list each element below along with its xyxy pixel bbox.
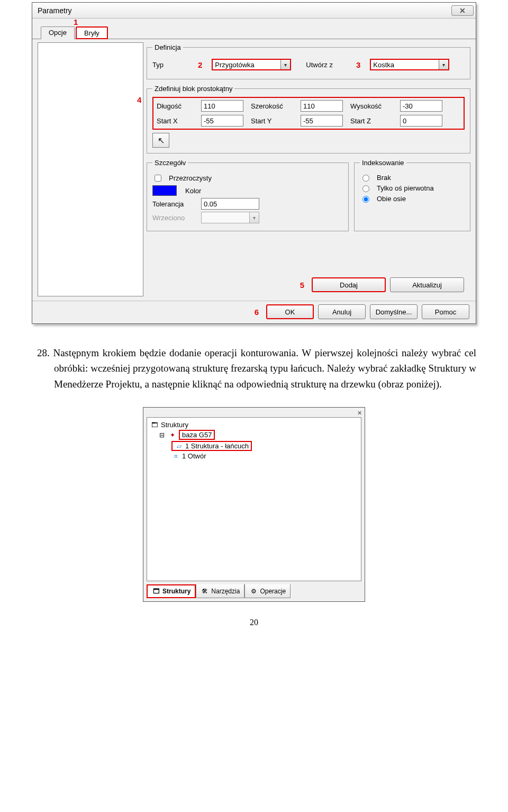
- domyslne-button[interactable]: Domyślne...: [370, 304, 418, 319]
- kolor-label: Kolor: [185, 187, 201, 195]
- panel-tab-operacje-label: Operacje: [260, 588, 286, 595]
- panel-tab-struktury-label: Struktury: [162, 588, 190, 595]
- tab-strip: 1 Opcje Bryły: [32, 19, 476, 39]
- tree-root[interactable]: 🗔 Struktury: [150, 421, 358, 429]
- tree-item-struktura[interactable]: ▱ 1 Struktura - łańcuch: [171, 441, 252, 451]
- close-button[interactable]: ✕: [451, 5, 474, 16]
- axes-icon: ✦: [168, 431, 177, 439]
- annotation-6: 6: [255, 308, 259, 317]
- tree-baza-label: baza G57: [179, 430, 215, 440]
- wrzeciono-combo: [201, 212, 259, 223]
- przezroczysty-label: Przezroczysty: [169, 174, 212, 182]
- aktualizuj-button[interactable]: Aktualizuj: [390, 277, 464, 292]
- group-blok-legend: Zdefiniuj blok prostokątny: [152, 85, 234, 93]
- radio-brak[interactable]: [362, 175, 369, 182]
- expand-icon: ⊟: [158, 431, 166, 439]
- typ-combo[interactable]: Przygotówka: [212, 59, 291, 70]
- dlugosc-label: Długość: [157, 102, 199, 110]
- parametry-dialog: Parametry ✕ 1 Opcje Bryły Definicja Typ …: [32, 2, 476, 324]
- utworz-combo[interactable]: Kostka: [370, 59, 449, 70]
- button-row-2: 6 OK Anuluj Domyślne... Pomoc: [32, 301, 476, 323]
- project-manager-panel: ✕ 🗔 Struktury ⊟ ✦ baza G57 ▱ 1 Struktura…: [143, 407, 365, 602]
- tree-item-otwor-label: 1 Otwór: [182, 452, 206, 460]
- annotation-5: 5: [300, 281, 304, 290]
- starty-label: Start Y: [251, 117, 298, 125]
- hole-icon: ⌗: [171, 453, 180, 460]
- page-number: 20: [16, 618, 492, 627]
- group-definicja-legend: Definicja: [152, 43, 183, 51]
- group-indeksowanie-legend: Indeksowanie: [360, 159, 406, 167]
- pomoc-button[interactable]: Pomoc: [422, 304, 469, 319]
- radio-obie-label: Obie osie: [377, 195, 406, 203]
- struktury-icon: 🗔: [152, 588, 160, 595]
- panel-tab-narzedzia[interactable]: 🛠 Narzędzia: [196, 584, 244, 598]
- button-row-1: 5 Dodaj Aktualizuj: [147, 274, 470, 296]
- wrzeciono-label: Wrzeciono: [152, 214, 197, 222]
- szer-label: Szerokość: [251, 102, 298, 110]
- radio-tylko[interactable]: [362, 185, 369, 192]
- dlugosc-input[interactable]: [201, 100, 243, 112]
- szer-input[interactable]: [301, 100, 343, 112]
- chain-icon: ▱: [175, 443, 183, 450]
- anuluj-button[interactable]: Anuluj: [318, 304, 366, 319]
- group-szczegoly-legend: Szczegółv: [152, 159, 188, 167]
- group-indeksowanie: Indeksowanie Brak Tylko oś pierwotna Obi…: [354, 159, 470, 231]
- group-szczegoly: Szczegółv Przezroczysty Kolor Tolerancja: [147, 159, 349, 231]
- chevron-down-icon: [280, 60, 290, 69]
- startz-input[interactable]: [400, 115, 442, 127]
- startx-input[interactable]: [201, 115, 243, 127]
- startz-label: Start Z: [350, 117, 398, 125]
- typ-value: Przygotówka: [215, 61, 254, 69]
- przezroczysty-checkbox[interactable]: [155, 175, 161, 182]
- panel-close-icon[interactable]: ✕: [355, 409, 364, 417]
- annotation-2: 2: [198, 60, 202, 69]
- annotation-1: 1: [74, 17, 78, 26]
- starty-input[interactable]: [301, 115, 343, 127]
- radio-obie[interactable]: [362, 196, 369, 203]
- panel-tabs: 🗔 Struktury 🛠 Narzędzia ⚙ Operacje: [143, 584, 365, 601]
- color-swatch[interactable]: [152, 185, 177, 196]
- cursor-icon: ↖: [158, 136, 165, 146]
- tab-bryly[interactable]: Bryły: [76, 26, 108, 39]
- wys-label: Wysokość: [350, 102, 398, 110]
- panel-tab-operacje[interactable]: ⚙ Operacje: [244, 584, 291, 598]
- tolerancja-input[interactable]: [201, 198, 259, 210]
- dodaj-button[interactable]: Dodaj: [312, 277, 386, 292]
- pick-cursor-button[interactable]: ↖: [152, 133, 169, 148]
- utworz-label: Utwórz z: [306, 61, 333, 69]
- ok-button[interactable]: OK: [266, 304, 314, 319]
- close-icon: ✕: [459, 6, 466, 15]
- dialog-body: Definicja Typ 2 Przygotówka Utwórz z 3 K…: [32, 39, 476, 300]
- structure-tree[interactable]: 🗔 Struktury ⊟ ✦ baza G57 ▱ 1 Struktura -…: [147, 417, 361, 581]
- panel-tab-narzedzia-label: Narzędzia: [211, 588, 240, 595]
- paragraph-text: Następnym krokiem będzie dodanie operacj…: [53, 347, 476, 390]
- annotation-4: 4: [137, 95, 141, 104]
- doc-paragraph: 28. Następnym krokiem będzie dodanie ope…: [33, 335, 492, 397]
- solids-list[interactable]: [38, 42, 143, 296]
- panel-tab-struktury[interactable]: 🗔 Struktury: [147, 584, 196, 598]
- titlebar: Parametry ✕: [32, 3, 476, 19]
- group-definicja: Definicja Typ 2 Przygotówka Utwórz z 3 K…: [147, 43, 470, 79]
- radio-brak-label: Brak: [377, 174, 391, 182]
- tree-item-otwor[interactable]: ⌗ 1 Otwór: [171, 452, 358, 460]
- typ-label: Typ: [152, 61, 190, 69]
- tree-root-label: Struktury: [161, 421, 188, 429]
- tree-item-struktura-label: 1 Struktura - łańcuch: [185, 442, 249, 450]
- tolerancja-label: Tolerancja: [152, 200, 197, 208]
- window-title: Parametry: [38, 6, 72, 15]
- chevron-down-icon: [439, 60, 448, 69]
- tree-baza[interactable]: ⊟ ✦ baza G57: [158, 430, 358, 440]
- utworz-value: Kostka: [373, 61, 394, 69]
- group-blok: Zdefiniuj blok prostokątny Długość Szero…: [147, 85, 470, 154]
- operacje-icon: ⚙: [249, 588, 258, 595]
- chevron-down-icon: [249, 212, 259, 223]
- narzedzia-icon: 🛠: [201, 588, 209, 595]
- startx-label: Start X: [157, 117, 199, 125]
- annotation-3: 3: [356, 60, 360, 69]
- folder-icon: 🗔: [150, 421, 159, 429]
- list-number: 28.: [37, 347, 50, 358]
- tab-opcje[interactable]: Opcje: [41, 26, 75, 39]
- radio-tylko-label: Tylko oś pierwotna: [377, 184, 434, 192]
- wys-input[interactable]: [400, 100, 442, 112]
